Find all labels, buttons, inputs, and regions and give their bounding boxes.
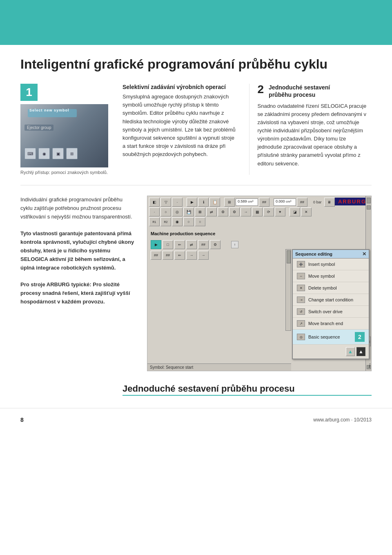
seq-label-move: Move symbol bbox=[308, 274, 335, 279]
seq-item-switch[interactable]: ↺ Switch over drive bbox=[293, 306, 369, 318]
mps-label: Machine production sequence bbox=[149, 230, 370, 237]
seq-btn-ok[interactable]: ▲ bbox=[346, 347, 355, 356]
mps-btn-right[interactable]: → bbox=[186, 251, 197, 260]
tb-btn-o2[interactable]: ○ bbox=[195, 217, 205, 226]
toolbar-value-3: 0 bar bbox=[312, 200, 323, 204]
tb-btn-dot[interactable]: · bbox=[172, 198, 183, 207]
tb-btn-circ2[interactable]: ◉ bbox=[172, 217, 183, 226]
bottom-text-1: Individuální grafické programování průbě… bbox=[20, 196, 135, 306]
tb-btn-lock[interactable]: ◪ bbox=[290, 207, 300, 216]
tb-btn-file[interactable]: 📋 bbox=[209, 198, 220, 207]
seq-item-delete[interactable]: ✕ Delete symbol bbox=[293, 282, 369, 294]
tb-btn-grid[interactable]: ⊞ bbox=[224, 198, 235, 207]
ui-screenshot-panel: ARBURG ◧ ▽ · ▶ ℹ 📋 ⊞ 0.589 cm³ bbox=[147, 196, 372, 371]
tb-btn-star[interactable]: ✦ bbox=[275, 207, 285, 216]
mps-btn-arrow[interactable]: ⇐ bbox=[174, 240, 185, 249]
tb-btn-dot2[interactable]: · bbox=[149, 207, 160, 216]
tb-btn-gear[interactable]: ⚙ bbox=[218, 207, 228, 216]
tb-btn-save[interactable]: 💾 bbox=[183, 207, 194, 216]
side-btn-2[interactable] bbox=[367, 205, 371, 210]
img-sim-label: Select new symbol bbox=[29, 108, 69, 112]
group-label: Ejector group bbox=[24, 125, 53, 131]
seq-item-change[interactable]: ⇢ Change start condition bbox=[293, 294, 369, 306]
tb-btn-o1[interactable]: ○ bbox=[183, 217, 194, 226]
right-scroll[interactable] bbox=[285, 249, 291, 331]
seq-btn-black[interactable]: ▲ bbox=[356, 347, 365, 356]
seq-title-bar: Sequence editing ✕ bbox=[293, 250, 369, 259]
tb-btn-down[interactable]: ▽ bbox=[160, 198, 171, 207]
page-footer: 8 www.arburg.com · 10/2013 bbox=[0, 408, 392, 431]
bottom-heading-underline bbox=[122, 395, 372, 396]
mps-btn-stop[interactable]: □ bbox=[163, 240, 173, 249]
sim-icon-1: ⌨ bbox=[24, 148, 36, 159]
section-1-badge: 1 bbox=[20, 84, 38, 101]
section-2-heading-2: průběhu procesu bbox=[269, 91, 330, 98]
tb-btn-info[interactable]: ℹ bbox=[198, 198, 209, 207]
top-bar bbox=[0, 0, 392, 45]
section-bottom-row: Individuální grafické programování průbě… bbox=[20, 196, 372, 371]
mps-btn-gear2[interactable]: ⚙ bbox=[210, 240, 220, 249]
section-1-text-area: Selektivní zadávání výrobních operací Sm… bbox=[122, 84, 237, 175]
seq-label-branch: Move branch end bbox=[308, 321, 343, 326]
seq-bottom-buttons: ▲ ▲ bbox=[293, 345, 369, 359]
seq-item-move[interactable]: ↔ Move symbol bbox=[293, 270, 369, 282]
seq-badge: 2 bbox=[355, 332, 365, 342]
seq-title: Sequence editing bbox=[295, 252, 332, 256]
seq-icon-basic: ◎ bbox=[297, 334, 305, 340]
seq-label-delete: Delete symbol bbox=[308, 285, 337, 290]
tb-btn-hash2[interactable]: ## bbox=[297, 198, 307, 207]
sim-icon-2: ◉ bbox=[38, 148, 50, 159]
mps-btn-arrows2[interactable]: ⇌ bbox=[186, 240, 197, 249]
seq-item-branch[interactable]: ↗ Move branch end bbox=[293, 318, 369, 330]
tb-btn-play[interactable]: ▶ bbox=[187, 198, 197, 207]
seq-icon-change: ⇢ bbox=[297, 296, 305, 303]
tb-btn-back[interactable]: ◧ bbox=[149, 198, 160, 207]
divider bbox=[20, 185, 372, 185]
tb-btn-r2[interactable]: R2 bbox=[160, 217, 171, 226]
section-1-body: Smysluplná agregace dostupných znakových… bbox=[122, 93, 237, 158]
tb-btn-grid2[interactable]: ▦ bbox=[252, 207, 263, 216]
toolbar-value-2: 0.000 cm³ bbox=[274, 198, 296, 206]
mps-btn-hash[interactable]: ## bbox=[198, 240, 209, 249]
sim-icon-4: ⊞ bbox=[66, 148, 78, 159]
tb-btn-circle[interactable]: ○ bbox=[160, 207, 171, 216]
side-btn-1[interactable] bbox=[367, 198, 371, 203]
section-bottom-left: Individuální grafické programování průbě… bbox=[20, 196, 135, 371]
tb-btn-reload[interactable]: ⟳ bbox=[263, 207, 274, 216]
tb-btn-x[interactable]: ✕ bbox=[301, 207, 312, 216]
footer-page-number: 8 bbox=[20, 417, 24, 423]
bottom-heading-wrapper: Jednoduché sestavení průběhu procesu bbox=[20, 383, 372, 396]
mps-btn-grid3[interactable]: ## bbox=[151, 251, 161, 260]
mps-btn-left[interactable]: ⇐ bbox=[174, 251, 185, 260]
section-1-image: Select new symbol ⌨ ◉ ▣ ⊞ Ejector group bbox=[20, 104, 108, 167]
tb-btn-target[interactable]: ◎ bbox=[172, 207, 183, 216]
section-2-heading-1: Jednoduché sestavení bbox=[269, 84, 330, 91]
seq-icon-delete: ✕ bbox=[297, 285, 305, 291]
mps-btn-upload[interactable]: ↑ bbox=[231, 241, 238, 248]
seq-icon-insert: ➕ bbox=[297, 261, 305, 267]
arburg-logo: ARBURG bbox=[335, 198, 370, 205]
toolbar-row-2: · ○ ◎ 💾 ⊠ ⇌ ⚙ ⚙ → ▦ ⟳ ✦ ◪ ✕ bbox=[149, 207, 370, 216]
seq-item-insert[interactable]: ➕ Insert symbol bbox=[293, 259, 369, 270]
seq-icon-branch: ↗ bbox=[297, 320, 305, 327]
bottom-heading: Jednoduché sestavení průběhu procesu bbox=[122, 383, 295, 394]
tb-btn-hash[interactable]: ## bbox=[259, 198, 270, 207]
tb-btn-settings2[interactable]: ⚙ bbox=[229, 207, 240, 216]
sequence-editing-panel: Sequence editing ✕ ➕ Insert symbol ↔ Mov… bbox=[292, 249, 370, 359]
seq-item-basic[interactable]: ◎ Basic sequence 2 bbox=[293, 330, 369, 345]
tb-btn-monitor[interactable]: 🖥 bbox=[324, 198, 335, 207]
seq-close-btn[interactable]: ✕ bbox=[362, 251, 366, 257]
tb-btn-4pt[interactable]: ⊠ bbox=[195, 207, 205, 216]
seq-label-switch: Switch over drive bbox=[308, 309, 343, 314]
seq-icon-move: ↔ bbox=[297, 273, 305, 279]
tb-btn-arrows[interactable]: ⇌ bbox=[206, 207, 217, 216]
mps-btn-more[interactable]: → bbox=[198, 251, 209, 260]
mps-btn-hash3[interactable]: ## bbox=[163, 251, 173, 260]
mps-btn-play[interactable]: ▶ bbox=[151, 240, 161, 249]
section-2-badge: 2 bbox=[258, 84, 264, 95]
sim-icon-3: ▣ bbox=[52, 148, 64, 159]
main-content: Inteligentní grafické programování průbě… bbox=[0, 45, 392, 396]
tb-btn-arrow-r[interactable]: → bbox=[241, 207, 251, 216]
tb-btn-r1[interactable]: R1 bbox=[149, 217, 160, 226]
section-top-row: 1 Select new symbol ⌨ ◉ ▣ ⊞ Ejector grou… bbox=[20, 84, 372, 175]
